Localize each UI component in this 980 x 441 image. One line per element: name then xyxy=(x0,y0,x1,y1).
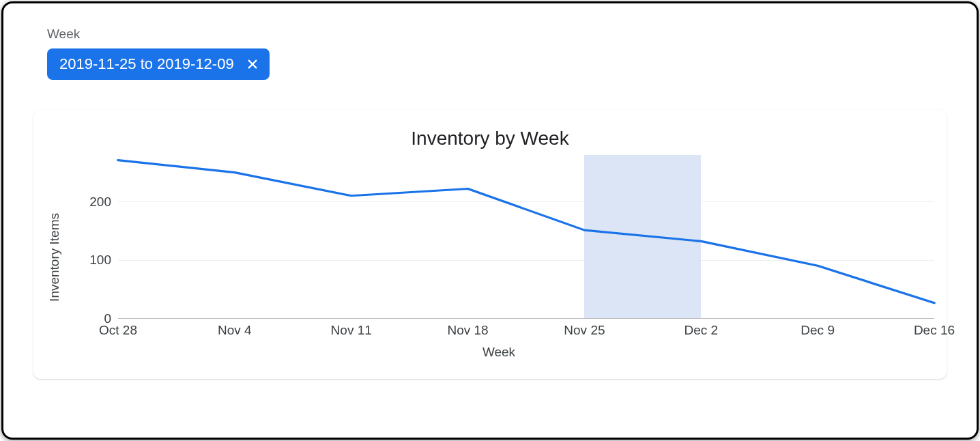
chart-card: Inventory by Week Inventory Items 010020… xyxy=(33,110,947,379)
x-axis-label: Week xyxy=(63,345,934,360)
x-tick: Nov 25 xyxy=(564,323,605,338)
date-range-chip[interactable]: 2019-11-25 to 2019-12-09 xyxy=(47,48,270,80)
x-tick: Dec 9 xyxy=(801,323,835,338)
dashboard-panel: Week 2019-11-25 to 2019-12-09 Inventory … xyxy=(1,1,979,440)
line-series xyxy=(118,155,934,318)
chart-plot[interactable] xyxy=(118,155,934,319)
close-icon[interactable] xyxy=(245,57,260,72)
x-tick: Nov 11 xyxy=(331,323,372,338)
x-tick: Nov 18 xyxy=(447,323,488,338)
x-tick: Dec 2 xyxy=(684,323,718,338)
x-tick: Dec 16 xyxy=(914,323,955,338)
y-tick: 100 xyxy=(89,253,111,268)
date-range-chip-text: 2019-11-25 to 2019-12-09 xyxy=(59,55,234,73)
y-axis-label: Inventory Items xyxy=(46,213,63,302)
y-tick: 200 xyxy=(89,195,111,210)
chart-title: Inventory by Week xyxy=(46,128,934,150)
y-axis: 0100200 xyxy=(63,155,118,319)
x-axis: Oct 28Nov 4Nov 11Nov 18Nov 25Dec 2Dec 9D… xyxy=(118,319,934,338)
x-tick: Nov 4 xyxy=(218,323,252,338)
x-tick: Oct 28 xyxy=(99,323,137,338)
filter-label: Week xyxy=(47,27,947,42)
